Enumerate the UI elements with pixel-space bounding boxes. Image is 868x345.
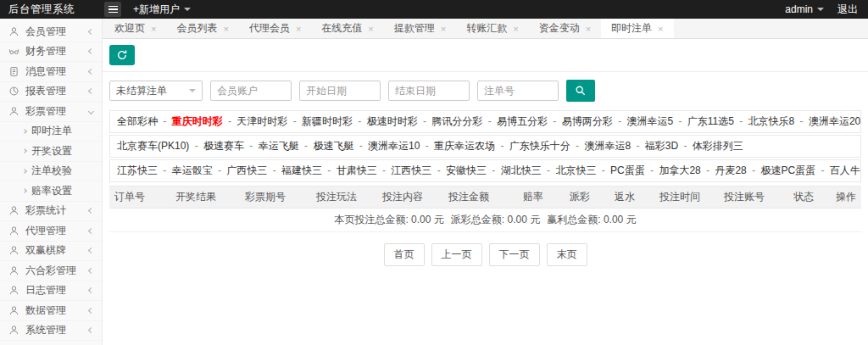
sidebar-item[interactable]: 代理管理 [0,221,102,242]
lottery-type-link[interactable]: 福建快三 [267,164,322,176]
sidebar-item[interactable]: 报表管理 [0,82,102,103]
main-area: 欢迎页 × 会员列表 × 代理会员 × 在线充值 × 提款管理 × 转账汇款 × [103,19,868,345]
close-icon[interactable]: × [368,24,373,34]
lottery-filter-row-3: 江苏快三幸运骰宝广西快三福建快三甘肃快三江西快三安徽快三湖北快三北京快三PC蛋蛋… [109,159,861,182]
tab[interactable]: 资金变动 × [529,19,601,38]
sidebar-item[interactable]: 日志管理 [0,281,102,302]
page-button[interactable]: 首页 [384,243,425,266]
sidebar-item[interactable]: 系统管理 [0,321,102,342]
search-button[interactable] [566,80,595,102]
settlement-status-select[interactable]: 未结算注单 [109,81,203,101]
lottery-type-link[interactable]: 重庆时时彩 [158,115,223,127]
sidebar-item[interactable]: 会员管理 [0,22,102,42]
lottery-type-link[interactable]: 体彩排列三 [678,140,743,152]
lottery-type-link[interactable]: 澳洲幸运10 [353,140,420,152]
user-menu[interactable]: admin [785,3,824,15]
member-account-input[interactable] [210,81,292,101]
close-icon[interactable]: × [586,24,591,34]
tab[interactable]: 在线充值 × [311,19,383,38]
sidebar-subitem[interactable]: 赔率设置 [0,181,102,202]
chevron-icon [88,287,94,293]
lottery-type-link[interactable]: 北京快三 [542,164,597,176]
lottery-type-link[interactable]: 湖北快三 [487,164,542,176]
lottery-type-link[interactable]: 福彩3D [631,140,678,152]
lottery-type-link[interactable]: 极速飞艇 [299,140,354,152]
close-icon[interactable]: × [441,24,446,34]
lottery-type-link[interactable]: 新疆时时彩 [287,115,353,127]
sidebar-toggle-button[interactable] [104,2,121,17]
tab-label: 在线充值 [321,21,362,36]
lottery-type-link[interactable]: 幸运飞艇 [244,140,299,152]
table-header-cell: 投注时间 [654,186,719,209]
logout-button[interactable]: 退出 [837,3,858,17]
close-icon[interactable]: × [658,24,663,34]
lottery-type-link[interactable]: PC蛋蛋 [596,164,644,176]
app-window: 后台管理系统 +新增用户 admin 退出 [0,0,868,345]
lottery-type-link[interactable]: 澳洲幸运20 [794,115,860,127]
sidebar-item[interactable]: 六合彩管理 [0,261,102,281]
close-icon[interactable]: × [151,24,156,34]
close-icon[interactable]: × [223,24,228,34]
lottery-type-link[interactable]: 北京赛车(PK10) [117,140,189,152]
lottery-type-link[interactable]: 加拿大28 [645,164,701,176]
lottery-type-link[interactable]: 澳洲幸运8 [570,140,631,152]
lottery-type-link[interactable]: 甘肃快三 [322,164,377,176]
page-button[interactable]: 末页 [547,243,587,266]
lottery-type-link[interactable]: 丹麦28 [701,164,747,176]
end-date-input[interactable] [388,81,470,101]
lottery-type-link[interactable]: 百人牛牛 [815,164,861,176]
page-button[interactable]: 上一页 [431,243,482,266]
sidebar-item[interactable]: 彩票管理 [0,102,102,122]
sidebar-item[interactable]: 彩票统计 [0,202,102,222]
sidebar-subitem[interactable]: 注单校验 [0,162,102,182]
lottery-type-link[interactable]: 极速时时彩 [353,115,418,127]
sidebar-subitem[interactable]: 即时注单 [0,122,102,142]
start-date-input[interactable] [299,81,381,101]
lottery-type-link[interactable]: 江苏快三 [117,164,158,176]
sidebar-item-icon [8,46,19,57]
lottery-type-link[interactable]: 极速PC蛋蛋 [747,164,815,176]
username: admin [785,3,813,15]
header-right: admin 退出 [785,3,868,17]
sidebar-item[interactable]: 消息管理 [0,62,102,82]
tab[interactable]: 转账汇款 × [456,19,528,38]
lottery-type-link[interactable]: 易博五分彩 [482,115,548,127]
lottery-type-link[interactable]: 江西快三 [377,164,432,176]
chevron-icon [88,327,94,333]
order-number-input[interactable] [477,81,559,101]
tab[interactable]: 提款管理 × [384,19,456,38]
table-header-cell: 操作 [831,186,861,209]
sidebar-item-label: 彩票管理 [25,104,66,119]
close-icon[interactable]: × [296,24,301,34]
tab[interactable]: 会员列表 × [166,19,238,38]
lottery-type-link[interactable]: 广东快乐十分 [495,140,570,152]
lottery-type-link[interactable]: 广东11选5 [673,115,734,127]
lottery-type-link[interactable]: 澳洲幸运5 [613,115,673,127]
sidebar-menu-top: 会员管理 财务管理 [0,22,102,122]
lottery-type-link[interactable]: 极速赛车 [189,140,244,152]
sidebar-item[interactable]: 管理员管理 [0,341,102,345]
lottery-type-link[interactable]: 腾讯分分彩 [418,115,483,127]
lottery-type-link[interactable]: 易博两分彩 [548,115,613,127]
sidebar-item[interactable]: 数据管理 [0,301,102,321]
sidebar-item[interactable]: 财务管理 [0,42,102,63]
close-icon[interactable]: × [513,24,518,34]
lottery-type-link[interactable]: 天津时时彩 [223,115,288,127]
lottery-type-link[interactable]: 安徽快三 [431,164,487,176]
lottery-type-link[interactable]: 重庆幸运农场 [420,140,495,152]
lottery-type-link[interactable]: 北京快乐8 [734,115,794,127]
lottery-type-link[interactable]: 全部彩种 [117,115,158,127]
sidebar-item-label: 六合彩管理 [25,264,76,278]
lottery-type-link[interactable]: 广西快三 [213,164,268,176]
sidebar-item-icon [8,325,19,336]
tab[interactable]: 欢迎页 × [104,19,166,38]
refresh-button[interactable] [109,45,135,65]
add-user-label: +新增用户 [133,3,180,17]
add-user-menu[interactable]: +新增用户 [133,3,191,17]
lottery-type-link[interactable]: 幸运骰宝 [158,164,213,176]
page-button[interactable]: 下一页 [489,243,540,266]
tab[interactable]: 即时注单 × [601,19,673,38]
sidebar-item[interactable]: 双赢棋牌 [0,242,102,262]
sidebar-subitem[interactable]: 开奖设置 [0,142,102,162]
tab[interactable]: 代理会员 × [239,19,311,38]
